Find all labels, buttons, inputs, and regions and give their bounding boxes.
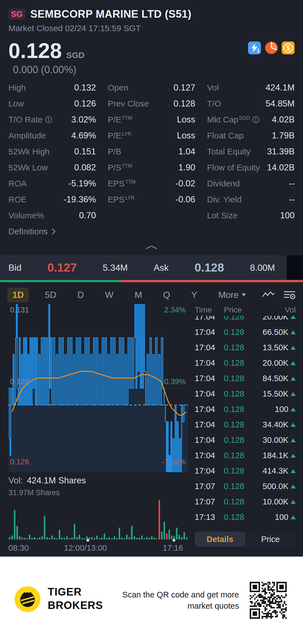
tab-more[interactable]: More xyxy=(213,288,251,302)
chart-area[interactable]: 0.131 2.34% 0.128 0.39% 0.126 -1.56% Vol… xyxy=(0,304,194,556)
stat-cell: Prev Close 0.128 xyxy=(108,96,195,112)
pct-label-high: 2.34% xyxy=(164,306,186,314)
price-tab[interactable]: Price xyxy=(245,532,296,547)
info-icon[interactable] xyxy=(252,115,260,123)
dollar-icon[interactable]: $ xyxy=(282,41,295,54)
ask-label: Ask xyxy=(154,263,169,273)
currency-label: SGD xyxy=(66,50,84,60)
up-triangle-icon xyxy=(291,500,296,504)
stat-cell: High 0.132 xyxy=(8,80,96,96)
volume-label: Vol: xyxy=(8,476,23,485)
chart-tools xyxy=(262,290,296,300)
stat-cell: 52Wk High 0.151 xyxy=(8,143,96,159)
volume-chart[interactable] xyxy=(8,500,188,539)
stat-cell: Mkt CapSGD 4.02B xyxy=(207,112,295,128)
stat-cell: P/ETTM Loss xyxy=(108,112,195,128)
trade-row[interactable]: 17:04 0.128 30.00K xyxy=(195,432,296,448)
col-price: Price xyxy=(224,305,259,314)
details-tab[interactable]: Details xyxy=(195,532,245,547)
stat-cell: Dividend -- xyxy=(207,175,295,191)
stat-cell: T/O Rate 3.02% xyxy=(8,112,96,128)
x-label-close: 17:16 xyxy=(163,543,183,553)
quote-level-icon[interactable]: 1 xyxy=(248,41,261,54)
definitions-label: Definitions xyxy=(8,227,48,236)
up-triangle-icon xyxy=(291,515,296,519)
x-label-open: 08:30 xyxy=(8,543,29,553)
up-triangle-icon xyxy=(291,346,296,350)
qr-caption: Scan the QR code and get more market quo… xyxy=(116,589,239,611)
market-status: Market Closed 02/24 17:15:59 SGT xyxy=(8,24,295,35)
col-vol: Vol xyxy=(259,305,296,314)
bid-ask-stub xyxy=(287,255,303,280)
col-time: Time xyxy=(195,305,224,314)
stats-grid: High 0.132 Open 0.127 Vol 424.1M Low 0.1… xyxy=(0,76,303,223)
svg-text:$: $ xyxy=(286,44,290,52)
up-triangle-icon xyxy=(291,377,296,381)
stock-quote-screen: SG SEMBCORP MARINE LTD (S51) Market Clos… xyxy=(0,0,303,644)
tab-1d[interactable]: 1D xyxy=(7,288,29,302)
chevron-right-icon xyxy=(52,228,56,235)
trade-row[interactable]: 17:07 0.128 10.00K xyxy=(195,494,296,509)
trade-row[interactable]: 17:04 0.128 20.00K xyxy=(195,316,296,325)
tiger-logo xyxy=(14,586,41,613)
qr-code xyxy=(250,582,287,619)
trade-row[interactable]: 17:13 0.128 100 xyxy=(195,509,296,525)
tab-y[interactable]: Y xyxy=(186,288,202,302)
up-triangle-icon xyxy=(291,330,296,334)
trade-row[interactable]: 17:04 0.128 15.50K xyxy=(195,386,296,402)
collapse-toggle[interactable] xyxy=(0,240,303,255)
stat-cell: Flow of Equity 14.02B xyxy=(207,159,295,175)
trades-list[interactable]: 17:04 0.128 20.00K 17:04 0.128 66.50K 17… xyxy=(195,316,296,525)
stat-cell: P/STTM 1.90 xyxy=(108,159,195,175)
tab-m[interactable]: M xyxy=(130,288,147,302)
stat-cell: Vol 424.1M xyxy=(207,80,295,96)
stat-cell: Div. Yield -- xyxy=(207,191,295,207)
time-and-sales: Time Price Vol 17:04 0.128 20.00K 17:04 … xyxy=(194,304,303,547)
definitions-link[interactable]: Definitions xyxy=(0,223,303,240)
indicator-settings-icon[interactable] xyxy=(283,290,296,300)
tab-5d[interactable]: 5D xyxy=(40,288,61,302)
brand-name: TIGER BROKERS xyxy=(48,585,103,612)
up-triangle-icon xyxy=(291,361,296,365)
pct-label-low: -1.56% xyxy=(162,458,186,466)
table-view-switch: Details Price xyxy=(195,532,296,547)
trade-row[interactable]: 17:04 0.128 34.40K xyxy=(195,417,296,432)
trade-row[interactable]: 17:07 0.128 500.0K xyxy=(195,479,296,494)
stat-cell: Amplitude 4.69% xyxy=(8,128,96,143)
up-triangle-icon xyxy=(291,392,296,396)
period-tabs: 1D5DDWMQY More xyxy=(0,286,303,304)
quote-section: 0.128 SGD 0.000 (0.00%) 1 xyxy=(0,35,303,76)
market-badge: SG xyxy=(8,9,25,20)
price-chart[interactable] xyxy=(8,304,188,472)
trade-row[interactable]: 17:04 0.128 84.50K xyxy=(195,371,296,386)
quote-icons: 1 $ xyxy=(248,39,295,76)
stat-cell: P/ELYR Loss xyxy=(108,128,195,143)
stat-cell: Float Cap 1.79B xyxy=(207,128,295,143)
ask-price: 0.128 xyxy=(194,261,224,274)
stat-cell: T/O 54.85M xyxy=(207,96,295,112)
bid-ask-bar[interactable]: Bid 0.127 5.34M Ask 0.128 8.00M xyxy=(0,255,303,280)
x-label-noon: 12:00/13:00 xyxy=(64,543,107,553)
tab-w[interactable]: W xyxy=(100,288,118,302)
qr-wrap xyxy=(250,582,287,620)
tab-q[interactable]: Q xyxy=(158,288,175,302)
stat-cell: EPSLYR -0.06 xyxy=(108,191,195,207)
footer: TIGER BROKERS Scan the QR code and get m… xyxy=(0,557,303,644)
depth-ratio-bar xyxy=(0,280,303,282)
trade-row[interactable]: 17:04 0.128 100 xyxy=(195,402,296,417)
up-triangle-icon xyxy=(291,438,296,442)
trade-row[interactable]: 17:04 0.128 13.50K xyxy=(195,340,296,355)
pie-chart-icon[interactable] xyxy=(265,41,278,54)
trade-row[interactable]: 17:04 0.128 66.50K xyxy=(195,325,296,340)
trade-row[interactable]: 17:04 0.128 184.1K xyxy=(195,448,296,463)
axis-handle-dot[interactable] xyxy=(86,539,89,542)
trade-row[interactable]: 17:04 0.128 20.00K xyxy=(195,355,296,371)
axis-handle-dot[interactable] xyxy=(173,539,175,542)
trade-row[interactable]: 17:04 0.128 414.3K xyxy=(195,463,296,479)
up-triangle-icon xyxy=(291,454,296,458)
tab-d[interactable]: D xyxy=(72,288,89,302)
stat-cell: P/B 1.04 xyxy=(108,143,195,159)
chart-line-style-icon[interactable] xyxy=(262,291,275,299)
stat-cell: Total Equity 31.39B xyxy=(207,143,295,159)
info-icon[interactable] xyxy=(45,115,52,123)
